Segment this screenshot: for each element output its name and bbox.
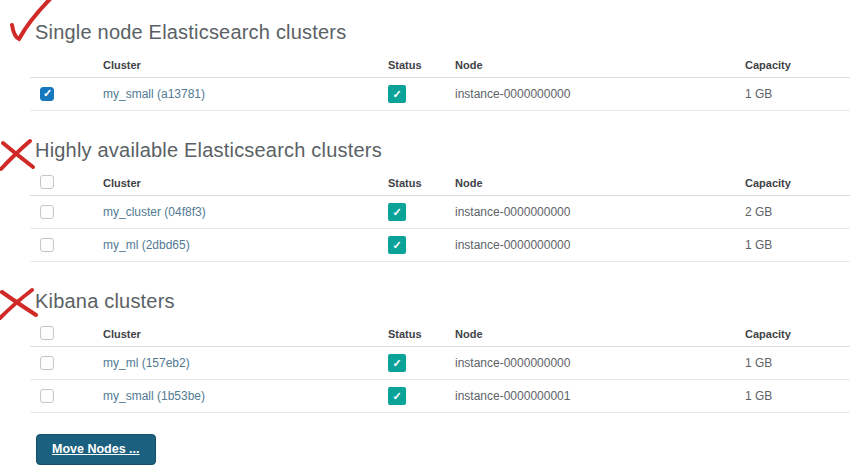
capacity-value: 1 GB <box>745 229 850 262</box>
status-ok-icon: ✓ <box>388 236 406 254</box>
select-all-checkbox[interactable] <box>40 326 54 340</box>
column-header-status: Status <box>388 55 455 78</box>
table-row: my_small (1b53be) ✓ instance-0000000001 … <box>30 380 850 413</box>
row-checkbox[interactable] <box>40 238 54 252</box>
column-header-node: Node <box>455 55 745 78</box>
cluster-link[interactable]: my_small (1b53be) <box>103 389 205 403</box>
column-header-capacity: Capacity <box>745 55 850 78</box>
column-header-capacity: Capacity <box>745 324 850 347</box>
cluster-link[interactable]: my_ml (157eb2) <box>103 356 190 370</box>
move-nodes-button[interactable]: Move Nodes ... <box>36 434 156 465</box>
cluster-link[interactable]: my_cluster (04f8f3) <box>103 205 206 219</box>
section-title-single-node: Single node Elasticsearch clusters <box>35 19 346 45</box>
capacity-value: 1 GB <box>745 78 850 111</box>
table-header-row: Cluster Status Node Capacity <box>30 55 850 78</box>
column-header-status: Status <box>388 324 455 347</box>
table-row: my_small (a13781) ✓ instance-0000000000 … <box>30 78 850 111</box>
node-name: instance-0000000000 <box>455 229 745 262</box>
section-title-kibana: Kibana clusters <box>35 288 175 314</box>
status-ok-icon: ✓ <box>388 85 406 103</box>
row-checkbox[interactable] <box>40 87 54 101</box>
highly-available-cluster-table: Cluster Status Node Capacity my_cluster … <box>30 173 850 262</box>
table-header-row: Cluster Status Node Capacity <box>30 324 850 347</box>
kibana-cluster-table: Cluster Status Node Capacity my_ml (157e… <box>30 324 850 413</box>
cluster-link[interactable]: my_ml (2dbd65) <box>103 238 190 252</box>
node-name: instance-0000000000 <box>455 196 745 229</box>
row-checkbox[interactable] <box>40 205 54 219</box>
table-row: my_ml (2dbd65) ✓ instance-0000000000 1 G… <box>30 229 850 262</box>
cluster-overview-page: Single node Elasticsearch clusters Clust… <box>0 19 850 468</box>
column-header-cluster: Cluster <box>103 173 388 196</box>
status-ok-icon: ✓ <box>388 387 406 405</box>
cluster-link[interactable]: my_small (a13781) <box>103 87 205 101</box>
column-header-capacity: Capacity <box>745 173 850 196</box>
status-ok-icon: ✓ <box>388 203 406 221</box>
select-all-checkbox[interactable] <box>40 175 54 189</box>
capacity-value: 1 GB <box>745 347 850 380</box>
single-node-cluster-table: Cluster Status Node Capacity my_small (a… <box>30 55 850 111</box>
column-header-cluster: Cluster <box>103 55 388 78</box>
node-name: instance-0000000001 <box>455 380 745 413</box>
node-name: instance-0000000000 <box>455 347 745 380</box>
status-ok-icon: ✓ <box>388 354 406 372</box>
section-kibana: Kibana clusters Cluster Status Node Capa… <box>0 288 850 413</box>
table-header-row: Cluster Status Node Capacity <box>30 173 850 196</box>
row-checkbox[interactable] <box>40 356 54 370</box>
capacity-value: 2 GB <box>745 196 850 229</box>
column-header-node: Node <box>455 324 745 347</box>
section-single-node-es: Single node Elasticsearch clusters Clust… <box>0 19 850 111</box>
column-header-status: Status <box>388 173 455 196</box>
section-highly-available-es: Highly available Elasticsearch clusters … <box>0 137 850 262</box>
node-name: instance-0000000000 <box>455 78 745 111</box>
row-checkbox[interactable] <box>40 389 54 403</box>
table-row: my_ml (157eb2) ✓ instance-0000000000 1 G… <box>30 347 850 380</box>
column-header-cluster: Cluster <box>103 324 388 347</box>
red-x-annotation <box>0 138 39 172</box>
capacity-value: 1 GB <box>745 380 850 413</box>
column-header-node: Node <box>455 173 745 196</box>
section-title-highly-available: Highly available Elasticsearch clusters <box>35 137 382 163</box>
table-row: my_cluster (04f8f3) ✓ instance-000000000… <box>30 196 850 229</box>
